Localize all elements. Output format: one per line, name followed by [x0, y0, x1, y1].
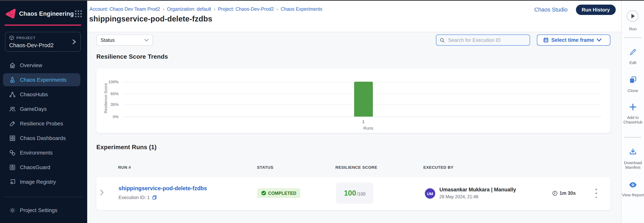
hub-icon: [9, 91, 16, 98]
sidebar-item-label: Project Settings: [20, 207, 57, 213]
chaos-studio-link[interactable]: Chaos Studio: [534, 7, 568, 13]
executed-at: 28 May 2024, 21:46: [440, 194, 478, 199]
duration-text: 1m 30s: [560, 191, 576, 196]
sidebar: Chaos Engineering PROJECT Chaos-Dev-Prod…: [0, 1, 87, 223]
breadcrumb-separator: ›: [276, 7, 278, 12]
dashboard-icon: [9, 135, 16, 141]
execution-search: [436, 35, 530, 46]
chevron-down-icon: [144, 39, 149, 42]
sidebar-item-label: Chaos Experiments: [20, 77, 66, 83]
clone-icon[interactable]: [622, 76, 644, 84]
sidebar-divider: [4, 197, 82, 197]
status-text: COMPLETED: [268, 191, 296, 195]
people-icon: [9, 106, 16, 112]
executed-by-name: Umasankar Mukkara | Manually: [440, 187, 516, 192]
table-row: shippingservice-pod-delete-fzdbs Executi…: [96, 177, 610, 210]
sidebar-item-label: Chaos Dashboards: [20, 135, 66, 141]
download-manifest-label: Download Manifest: [622, 161, 644, 170]
chaos-engineering-logo-icon: [5, 9, 16, 19]
run-button[interactable]: [627, 10, 638, 22]
sidebar-item-chaos-dashboards[interactable]: Chaos Dashboards: [0, 131, 87, 145]
execution-id-label: Execution ID: 1: [118, 195, 150, 200]
rail-divider: [624, 137, 641, 138]
environments-icon: [9, 149, 16, 156]
sidebar-item-label: GameDays: [20, 106, 47, 112]
edit-label: Edit: [622, 61, 644, 65]
sidebar-item-label: Overview: [20, 62, 42, 68]
sidebar-item-chaosguard[interactable]: ChaosGuard: [0, 160, 87, 174]
sidebar-item-chaos-experiments[interactable]: Chaos Experiments: [0, 72, 87, 87]
chevron-down-icon: [597, 38, 602, 42]
breadcrumb-project-link[interactable]: Project: Chaos-Dev-Prod2: [218, 7, 274, 12]
rail-divider: [624, 37, 641, 38]
column-header-run: RUN #: [118, 165, 131, 169]
sidebar-item-project-settings[interactable]: Project Settings: [0, 203, 87, 217]
score-total: /100: [357, 192, 366, 196]
column-header-status: STATUS: [257, 165, 274, 169]
gridline-baseline: [123, 117, 601, 117]
module-switcher-icon[interactable]: [75, 10, 82, 17]
brand: Chaos Engineering: [5, 7, 82, 21]
time-frame-label: Select time frame: [551, 37, 594, 43]
breadcrumb-separator: ›: [163, 7, 164, 12]
sidebar-item-overview[interactable]: Overview: [0, 58, 87, 72]
run-history-button[interactable]: Run History: [576, 5, 616, 15]
action-rail: Run Edit Clone Add to ChaosHub Download …: [621, 1, 644, 223]
project-selector[interactable]: PROJECT Chaos-Dev-Prod2: [5, 32, 81, 52]
sidebar-nav: Overview Chaos Experiments ChaosHubs Gam…: [0, 58, 87, 189]
clone-label: Clone: [622, 89, 644, 93]
y-tick: 35%: [96, 102, 118, 106]
y-tick: 100%: [96, 80, 118, 83]
registry-icon: [9, 178, 16, 185]
sidebar-item-image-registry[interactable]: Image Registry: [0, 174, 87, 189]
breadcrumb-account-link[interactable]: Account: Chaos Dev Team Prod2: [90, 7, 160, 12]
download-manifest-icon[interactable]: [622, 148, 644, 156]
search-icon: [440, 37, 445, 43]
y-tick: 0%: [96, 115, 118, 119]
edit-icon[interactable]: [622, 48, 644, 56]
check-circle-icon: [261, 191, 266, 196]
breadcrumb-separator: ›: [214, 7, 215, 12]
status-badge: COMPLETED: [257, 188, 300, 198]
time-frame-dropdown[interactable]: Select time frame: [537, 35, 610, 46]
chart-bar[interactable]: [354, 81, 373, 117]
breadcrumb-experiments-link[interactable]: Chaos Experiments: [281, 7, 322, 12]
status-filter-label: Status: [100, 37, 115, 43]
sidebar-item-label: Environments: [20, 150, 52, 156]
flask-icon: [9, 76, 16, 83]
copy-icon[interactable]: [152, 195, 157, 200]
chart-x-axis-label: Runs: [349, 126, 388, 130]
breadcrumb-org-link[interactable]: Organization: default: [167, 7, 211, 12]
x-tick: 1: [344, 119, 382, 124]
avatar: UM: [425, 188, 435, 199]
resilience-trends-chart: Resilience Score 100% 65% 35% 0% 1 Runs: [96, 68, 610, 133]
chaos-engineering-app: Chaos Engineering PROJECT Chaos-Dev-Prod…: [0, 0, 644, 223]
resilience-score-box: 100 /100: [336, 183, 373, 204]
run-duration: 1m 30s: [552, 191, 576, 196]
view-report-label: View Report: [622, 193, 644, 197]
home-icon: [9, 62, 16, 68]
breadcrumb: Account: Chaos Dev Team Prod2 › Organiza…: [90, 7, 322, 12]
page-title: shippingservice-pod-delete-fzdbs: [89, 15, 212, 23]
test-tube-icon: [9, 120, 16, 127]
clock-icon: [552, 191, 558, 196]
search-input[interactable]: [448, 37, 526, 43]
status-filter-dropdown[interactable]: Status: [96, 35, 153, 46]
column-header-resilience-score: RESILIENCE SCORE: [336, 165, 377, 169]
sidebar-item-resilience-probes[interactable]: Resilience Probes: [0, 116, 87, 131]
runs-heading: Experiment Runs (1): [96, 144, 156, 151]
score-value: 100: [344, 189, 356, 197]
sidebar-item-label: ChaosGuard: [20, 164, 50, 170]
cube-icon: [9, 35, 14, 40]
sidebar-item-environments[interactable]: Environments: [0, 145, 87, 160]
expand-row-chevron-icon[interactable]: [100, 189, 104, 196]
calendar-icon: [543, 37, 548, 43]
sidebar-item-gamedays[interactable]: GameDays: [0, 102, 87, 116]
row-menu-icon[interactable]: [593, 189, 600, 198]
app-title: Chaos Engineering: [19, 10, 74, 17]
play-icon: [632, 14, 635, 18]
add-to-chaoshub-icon[interactable]: [622, 103, 644, 111]
sidebar-item-chaoshubs[interactable]: ChaosHubs: [0, 87, 87, 102]
view-report-icon[interactable]: [622, 182, 644, 188]
run-name-link[interactable]: shippingservice-pod-delete-fzdbs: [118, 185, 207, 191]
